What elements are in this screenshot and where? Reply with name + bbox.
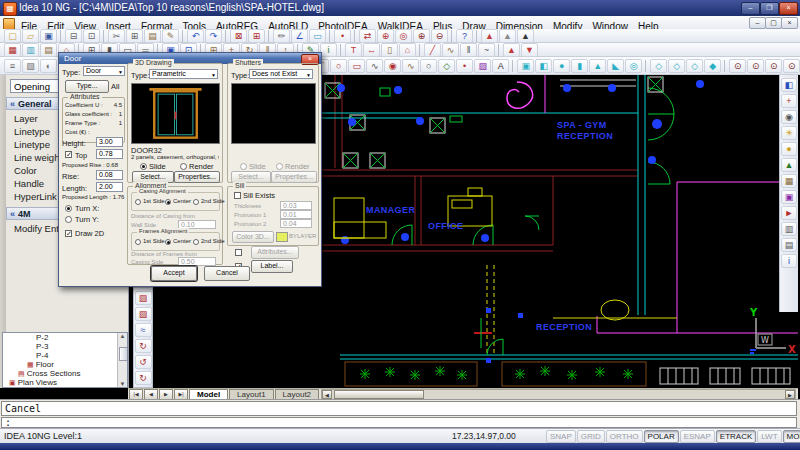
grid-snap-icon[interactable]: ⊞ — [248, 29, 265, 43]
print-preview-icon[interactable]: ⊡ — [83, 29, 100, 43]
format-painter-icon[interactable]: ✎ — [162, 29, 179, 43]
command-input[interactable]: : — [1, 417, 797, 428]
tree-icon[interactable]: ▲ — [781, 158, 797, 172]
toggle-lwt[interactable]: LWT — [757, 430, 781, 443]
save-icon[interactable]: ▣ — [40, 29, 57, 43]
open-icon[interactable]: ▱ — [22, 29, 39, 43]
toggle-ortho[interactable]: ORTHO — [606, 430, 643, 443]
polygon-icon[interactable]: ◇ — [438, 59, 455, 73]
hatch-icon[interactable]: ▨ — [474, 59, 491, 73]
ellipse-icon[interactable]: ○ — [420, 59, 437, 73]
modify-entity-icon[interactable]: ▧ — [135, 291, 152, 305]
zoom-in-icon[interactable]: ⊕ — [413, 29, 430, 43]
sphere-3d-icon[interactable]: ● — [553, 59, 570, 73]
draw-2d-checkbox[interactable]: ✓ — [65, 230, 72, 237]
tree-node-p-3[interactable]: P-3 — [3, 342, 127, 351]
casing-2nd-side-radio[interactable] — [193, 199, 199, 205]
circle-icon[interactable]: ○ — [330, 59, 347, 73]
length-field[interactable]: 2.00 — [96, 182, 123, 192]
render2-icon[interactable]: ▣ — [781, 190, 797, 204]
toggle-grid[interactable]: GRID — [577, 430, 605, 443]
frames-1st-side-radio[interactable] — [135, 239, 141, 245]
turn-y-radio[interactable] — [65, 216, 72, 223]
layer-state-icon[interactable]: ◐ — [40, 59, 57, 73]
point2-icon[interactable]: • — [456, 59, 473, 73]
line-icon[interactable]: ╱ — [424, 43, 441, 57]
section-icon[interactable]: ▥ — [781, 222, 797, 236]
tree-node-plan-views[interactable]: ▣Plan Views — [3, 378, 127, 387]
type-button[interactable]: Type... — [65, 80, 109, 93]
text-icon[interactable]: T — [345, 43, 362, 57]
walkthrough-icon[interactable]: + — [781, 94, 797, 108]
minimize-button[interactable]: – — [741, 2, 760, 15]
toggle-esnap[interactable]: ESNAP — [680, 430, 715, 443]
view-3d-icon[interactable]: ◧ — [781, 78, 797, 92]
tree-node-cross-sections[interactable]: ▤Cross Sections — [3, 369, 127, 378]
angle-icon[interactable]: ∠ — [291, 29, 308, 43]
text2-icon[interactable]: A — [492, 59, 509, 73]
box-3d-icon[interactable]: ◧ — [535, 59, 552, 73]
rise-field[interactable]: 0.08 — [96, 170, 123, 180]
toggle-polar[interactable]: POLAR — [644, 430, 679, 443]
copy-icon[interactable]: ⊞ — [126, 29, 143, 43]
zoom-window-icon[interactable]: ◎ — [395, 29, 412, 43]
frames-2nd-side-radio[interactable] — [193, 239, 199, 245]
level-up-icon[interactable]: ▲ — [499, 29, 516, 43]
undo-view-icon[interactable]: ↺ — [135, 355, 152, 369]
level-down-icon[interactable]: ▲ — [517, 29, 534, 43]
mdi-minimize-button[interactable]: – — [749, 17, 766, 29]
arrows-icon[interactable]: ≈ — [135, 323, 152, 337]
zoom-out-icon[interactable]: ⊖ — [431, 29, 448, 43]
collapse-icon[interactable]: « — [10, 209, 15, 219]
lower-icon[interactable]: ▼ — [521, 43, 538, 57]
toggle-etrack[interactable]: ETRACK — [716, 430, 756, 443]
accept-button[interactable]: Accept — [151, 266, 197, 281]
layer-icon[interactable]: ▧ — [22, 59, 39, 73]
scrollbar-thumb[interactable] — [119, 347, 128, 361]
restore-button[interactable]: ❐ — [760, 2, 779, 15]
attributes-checkbox[interactable] — [235, 249, 242, 256]
cone-3d-icon[interactable]: ▲ — [589, 59, 606, 73]
door-icon[interactable]: ▤ — [40, 43, 57, 57]
video-icon[interactable]: ► — [781, 206, 797, 220]
rect-icon[interactable]: ▭ — [348, 59, 365, 73]
plan-view-icon[interactable]: ▤ — [781, 238, 797, 252]
erase-icon[interactable]: ▭ — [309, 29, 326, 43]
layer-manager-icon[interactable]: ≡ — [4, 59, 21, 73]
zoom-extents-icon[interactable]: ⊙ — [729, 59, 746, 73]
revcloud-icon[interactable]: ∿ — [366, 59, 383, 73]
camera-icon[interactable]: ◉ — [781, 110, 797, 124]
view-sw-icon[interactable]: ◇ — [668, 59, 685, 73]
light-icon[interactable]: ● — [781, 142, 797, 156]
collapse-icon[interactable]: « — [10, 99, 15, 109]
multiline-icon[interactable]: ‖ — [460, 43, 477, 57]
print-icon[interactable]: ⊟ — [65, 29, 82, 43]
top-checkbox[interactable]: ✓ — [65, 151, 72, 158]
info-icon[interactable]: i — [320, 43, 337, 57]
scrollbar-thumb[interactable] — [334, 390, 424, 399]
tree-node-p-2[interactable]: P-2 — [3, 333, 127, 342]
polyline-icon[interactable]: ∿ — [442, 43, 459, 57]
cylinder-3d-icon[interactable]: ▮ — [571, 59, 588, 73]
help-icon[interactable]: ? — [456, 29, 473, 43]
cut-icon[interactable]: ✂ — [108, 29, 125, 43]
wedge-3d-icon[interactable]: ◣ — [607, 59, 624, 73]
slide-radio[interactable] — [140, 163, 147, 170]
toggle-model[interactable]: MODEL — [783, 430, 800, 443]
scroll-left-icon[interactable]: ◀ — [322, 390, 332, 399]
close-button[interactable]: × — [779, 2, 798, 15]
clipboard-icon[interactable]: ▯ — [381, 43, 398, 57]
zoom-previous-icon[interactable]: ⊙ — [765, 59, 782, 73]
raise-icon[interactable]: ▲ — [503, 43, 520, 57]
torus-3d-icon[interactable]: ◎ — [625, 59, 642, 73]
height-field[interactable]: 3.00 — [96, 137, 123, 147]
dimension-icon[interactable]: ↔ — [363, 43, 380, 57]
redo-icon[interactable]: ↷ — [205, 29, 222, 43]
shutters-type-combo[interactable]: Does not Exist▼ — [249, 69, 313, 79]
view-se-icon[interactable]: ◇ — [650, 59, 667, 73]
view-ne-icon[interactable]: ◇ — [686, 59, 703, 73]
zoom-realtime-icon[interactable]: ⊕ — [377, 29, 394, 43]
scroll-right-icon[interactable]: ▶ — [785, 390, 795, 399]
warning-icon[interactable]: ▲ — [481, 29, 498, 43]
donut-icon[interactable]: ◉ — [384, 59, 401, 73]
